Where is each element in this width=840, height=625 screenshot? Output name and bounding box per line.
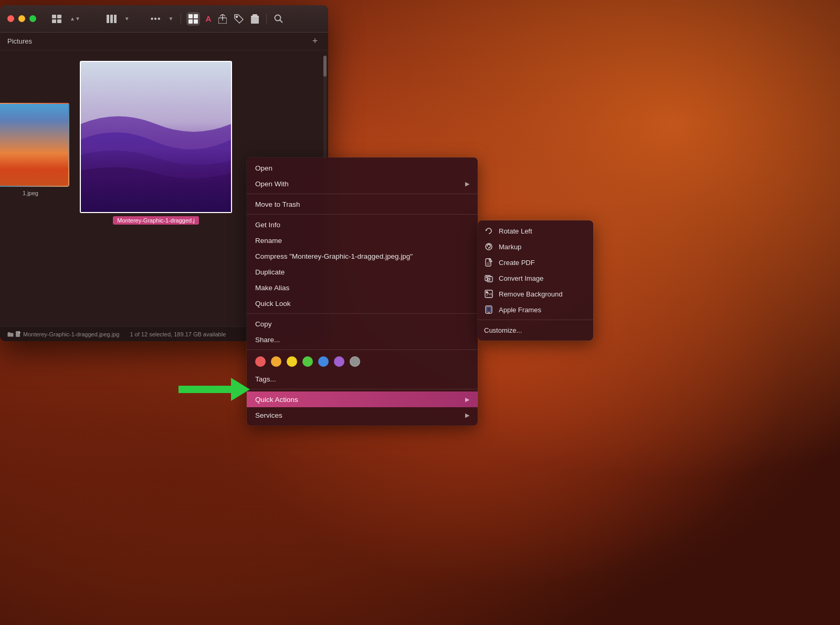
- submenu-item-convert-image[interactable]: Convert Image: [478, 270, 593, 286]
- quick-look-label: Quick Look: [255, 300, 469, 308]
- svg-rect-13: [251, 16, 259, 24]
- trash-icon[interactable]: [249, 12, 261, 26]
- separator-1: [247, 194, 478, 194]
- grid-view-icon[interactable]: [50, 13, 65, 25]
- submenu-separator: [478, 320, 593, 320]
- context-menu-item-share[interactable]: Share...: [247, 332, 478, 347]
- folder-icon: [7, 331, 14, 337]
- context-menu-item-make-alias[interactable]: Make Alias: [247, 280, 478, 295]
- context-menu-item-open[interactable]: Open: [247, 160, 478, 176]
- context-menu-item-trash[interactable]: Move to Trash: [247, 196, 478, 212]
- svg-rect-30: [488, 312, 490, 313]
- add-button[interactable]: +: [309, 36, 321, 47]
- svg-rect-6: [114, 15, 117, 23]
- finder-titlebar: ▲▼ ▼ ••• ▼: [0, 5, 328, 33]
- context-menu-item-open-with[interactable]: Open With ▶: [247, 176, 478, 192]
- submenu-item-customize[interactable]: Customize...: [478, 322, 593, 338]
- columns-chevron-icon[interactable]: ▼: [122, 14, 132, 24]
- tag-yellow[interactable]: [287, 356, 297, 367]
- markup-icon: [484, 242, 494, 251]
- tag-green[interactable]: [302, 356, 313, 367]
- close-button[interactable]: [7, 15, 14, 22]
- tag-blue[interactable]: [318, 356, 329, 367]
- rotate-left-label: Rotate Left: [499, 227, 532, 235]
- submenu-item-markup[interactable]: Markup: [478, 239, 593, 255]
- svg-rect-10: [194, 19, 198, 24]
- svg-rect-2: [52, 19, 56, 23]
- services-arrow: ▶: [465, 412, 469, 419]
- font-icon[interactable]: A: [203, 12, 213, 25]
- services-label: Services: [255, 411, 465, 419]
- rename-label: Rename: [255, 237, 469, 245]
- context-menu-item-duplicate[interactable]: Duplicate: [247, 264, 478, 280]
- context-menu-item-quick-look[interactable]: Quick Look: [247, 295, 478, 311]
- breadcrumb-file: Monterey-Graphic-1-dragged.jpeg.jpg: [23, 331, 119, 337]
- separator-3: [247, 313, 478, 314]
- thumbnail-left: [0, 103, 69, 187]
- tag-purple[interactable]: [334, 356, 344, 367]
- image-label-left: 1.jpeg: [0, 190, 69, 196]
- submenu-item-create-pdf[interactable]: Create PDF: [478, 255, 593, 270]
- separator-4: [247, 349, 478, 350]
- quick-actions-submenu: Rotate Left Markup Create PDF: [478, 220, 593, 341]
- toolbar-divider-1: [181, 14, 181, 24]
- tag-red[interactable]: [255, 356, 266, 367]
- maximize-button[interactable]: [29, 15, 36, 22]
- context-menu-item-services[interactable]: Services ▶: [247, 407, 478, 423]
- context-menu-item-tags[interactable]: Tags...: [247, 371, 478, 387]
- context-menu-item-quick-actions[interactable]: Quick Actions ▶: [247, 391, 478, 407]
- tag-orange[interactable]: [271, 356, 281, 367]
- duplicate-label: Duplicate: [255, 268, 469, 276]
- svg-rect-3: [57, 19, 61, 23]
- share-icon[interactable]: [216, 12, 229, 26]
- apple-frames-label: Apple Frames: [499, 306, 541, 314]
- scrollbar-thumb[interactable]: [323, 56, 327, 77]
- create-pdf-label: Create PDF: [499, 259, 535, 267]
- svg-rect-9: [188, 19, 193, 24]
- tag-gray[interactable]: [350, 356, 360, 367]
- svg-rect-0: [52, 15, 56, 18]
- image-item-main[interactable]: Monterey-Graphic-1-dragged.j: [80, 61, 232, 225]
- submenu-item-rotate-left[interactable]: Rotate Left: [478, 223, 593, 239]
- arrow-body: [178, 386, 231, 393]
- image-item-left[interactable]: 1.jpeg: [0, 103, 69, 225]
- minimize-button[interactable]: [18, 15, 25, 22]
- finder-header-bar: Pictures +: [0, 33, 328, 50]
- status-text: 1 of 12 selected, 189.17 GB available: [130, 331, 226, 337]
- separator-5: [247, 389, 478, 389]
- tags-label: Tags...: [255, 375, 469, 383]
- context-menu-item-compress[interactable]: Compress "Monterey-Graphic-1-dragged.jpe…: [247, 248, 478, 264]
- toolbar: ▲▼ ▼ ••• ▼: [50, 12, 285, 26]
- open-with-arrow: ▶: [465, 181, 469, 187]
- convert-image-label: Convert Image: [499, 274, 543, 282]
- toolbar-divider-2: [266, 14, 267, 24]
- context-menu-item-copy[interactable]: Copy: [247, 316, 478, 332]
- quick-actions-arrow: ▶: [465, 396, 469, 403]
- svg-point-16: [275, 15, 281, 21]
- share-label: Share...: [255, 336, 469, 344]
- customize-label: Customize...: [484, 326, 522, 334]
- svg-point-27: [486, 292, 488, 293]
- more-options-icon[interactable]: •••: [149, 12, 163, 26]
- open-with-label: Open With: [255, 180, 465, 188]
- svg-rect-1: [57, 15, 61, 18]
- columns-view-icon[interactable]: [104, 13, 119, 25]
- image-label-main: Monterey-Graphic-1-dragged.j: [113, 216, 198, 225]
- grid-chevron-icon[interactable]: ▲▼: [68, 14, 82, 24]
- trash-label: Move to Trash: [255, 200, 469, 208]
- context-menu-item-get-info[interactable]: Get Info: [247, 217, 478, 232]
- create-pdf-icon: [484, 258, 494, 267]
- context-menu-item-rename[interactable]: Rename: [247, 232, 478, 248]
- search-icon[interactable]: [272, 12, 285, 25]
- compress-label: Compress "Monterey-Graphic-1-dragged.jpe…: [255, 252, 469, 260]
- gallery-view-button[interactable]: [186, 12, 200, 26]
- tag-icon[interactable]: [232, 12, 246, 26]
- svg-rect-18: [81, 62, 231, 212]
- submenu-item-remove-background[interactable]: Remove Background: [478, 286, 593, 302]
- folder-title: Pictures: [7, 37, 32, 45]
- remove-background-icon: [484, 289, 494, 299]
- submenu-item-apple-frames[interactable]: Apple Frames: [478, 302, 593, 317]
- svg-rect-7: [188, 14, 193, 18]
- ellipsis-chevron-icon[interactable]: ▼: [166, 14, 176, 24]
- svg-rect-29: [487, 307, 491, 312]
